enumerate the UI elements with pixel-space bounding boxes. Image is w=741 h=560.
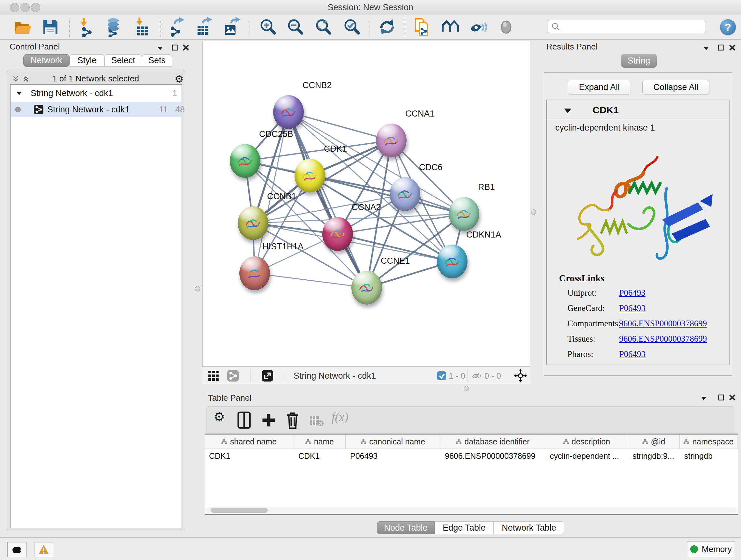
delete-column-trash-icon[interactable] bbox=[286, 411, 300, 430]
crosslink-link[interactable]: P06493 bbox=[619, 349, 646, 359]
control-panel-float-icon[interactable] bbox=[171, 44, 179, 52]
left-splitter-handle[interactable] bbox=[195, 286, 200, 292]
import-table-file-icon[interactable] bbox=[132, 17, 152, 37]
network-row-selected[interactable]: String Network - cdk1 11 48 bbox=[11, 102, 181, 117]
expand-all-chevron-icon[interactable] bbox=[22, 75, 29, 82]
column-header-name[interactable]: name bbox=[294, 435, 346, 449]
zoom-fit-icon[interactable] bbox=[313, 17, 334, 37]
crosslink-link[interactable]: P06493 bbox=[619, 288, 646, 298]
share-network-icon[interactable] bbox=[227, 370, 239, 381]
crosslink-link[interactable]: P06493 bbox=[619, 303, 646, 313]
cell-canonicalname[interactable]: P06493 bbox=[346, 449, 441, 462]
column-header-id[interactable]: @id bbox=[628, 435, 680, 449]
cell-namespace[interactable]: stringdb bbox=[680, 449, 738, 462]
search-field[interactable] bbox=[560, 22, 695, 31]
table-panel-close-icon[interactable] bbox=[728, 393, 737, 401]
node-CDK1[interactable] bbox=[294, 159, 325, 192]
collapse-all-button[interactable]: Collapse All bbox=[643, 80, 710, 95]
network-overview-icon[interactable] bbox=[440, 17, 461, 37]
open-session-icon[interactable] bbox=[12, 17, 32, 37]
crosslink-link[interactable]: 9606.ENSP00000378699 bbox=[619, 319, 707, 328]
function-builder-icon[interactable]: f(x) bbox=[332, 410, 348, 424]
column-header-canonicalname[interactable]: canonical name bbox=[346, 435, 441, 449]
create-column-plus-icon[interactable] bbox=[261, 411, 276, 429]
search-input[interactable] bbox=[548, 20, 706, 33]
export-image-icon[interactable] bbox=[221, 17, 241, 37]
collapse-all-chevron-icon[interactable] bbox=[12, 75, 19, 82]
crosslink-link[interactable]: 9606.ENSP00000378699 bbox=[619, 334, 707, 344]
pan-crosshair-icon[interactable] bbox=[514, 369, 527, 382]
right-splitter-handle[interactable] bbox=[531, 209, 536, 215]
export-table-icon[interactable] bbox=[193, 17, 213, 37]
help-icon[interactable]: ? bbox=[720, 19, 736, 35]
show-all-eye-icon[interactable] bbox=[496, 17, 516, 37]
export-network-icon[interactable] bbox=[165, 17, 186, 37]
node-CCNA2[interactable] bbox=[322, 217, 353, 251]
results-panel-menu-icon[interactable] bbox=[702, 44, 711, 52]
tab-node-table[interactable]: Node Table bbox=[377, 521, 434, 534]
zoom-out-icon[interactable] bbox=[285, 17, 306, 37]
gene-header[interactable] bbox=[547, 100, 729, 120]
tab-select[interactable]: Select bbox=[105, 54, 142, 67]
tab-string[interactable]: String bbox=[621, 54, 657, 68]
control-panel-close-icon[interactable] bbox=[182, 44, 190, 52]
gene-expander-icon[interactable] bbox=[563, 107, 572, 114]
column-header-databaseidentifier[interactable]: database identifier bbox=[441, 435, 545, 449]
table-panel-float-icon[interactable] bbox=[717, 393, 725, 401]
control-panel-menu-icon[interactable] bbox=[156, 44, 164, 52]
selected-checkbox-icon[interactable] bbox=[437, 371, 446, 380]
column-header-namespace[interactable]: namespace bbox=[680, 435, 738, 449]
collection-expander-icon[interactable] bbox=[16, 90, 22, 97]
network-collection-row[interactable]: String Network - cdk1 1 bbox=[11, 87, 181, 100]
open-in-window-icon[interactable] bbox=[262, 370, 273, 381]
network-canvas[interactable]: CCNB2CCNA1CDC25BCDK1CDC6RB1CCNB1CCNA2CDK… bbox=[202, 41, 530, 367]
edge-HIST1H1A-CCNE1[interactable] bbox=[255, 273, 367, 288]
node-CCNA1[interactable] bbox=[376, 124, 407, 158]
cell-sharedname[interactable]: CDK1 bbox=[205, 449, 294, 462]
cell-id[interactable]: stringdb:9... bbox=[628, 449, 680, 462]
duplicate-network-icon[interactable] bbox=[412, 17, 432, 37]
node-CCNE1[interactable] bbox=[351, 271, 382, 305]
save-session-icon[interactable] bbox=[40, 17, 61, 37]
bottom-splitter-handle[interactable] bbox=[464, 386, 469, 391]
import-network-database-icon[interactable] bbox=[103, 17, 124, 37]
tab-network[interactable]: Network bbox=[23, 54, 70, 67]
cell-databaseidentifier[interactable]: 9606.ENSP00000378699 bbox=[441, 449, 545, 462]
warnings-button[interactable] bbox=[34, 542, 53, 557]
cell-name[interactable]: CDK1 bbox=[294, 449, 346, 462]
cloud-status-button[interactable] bbox=[7, 542, 26, 557]
node-CCNB2[interactable] bbox=[273, 95, 304, 129]
refresh-layout-icon[interactable] bbox=[377, 17, 397, 37]
table-panel-menu-icon[interactable] bbox=[699, 394, 708, 402]
results-panel-close-icon[interactable] bbox=[728, 44, 737, 52]
column-header-sharedname[interactable]: shared name bbox=[205, 435, 294, 449]
import-network-file-icon[interactable] bbox=[76, 17, 97, 37]
node-CDKN1A[interactable] bbox=[437, 245, 468, 278]
tab-style[interactable]: Style bbox=[70, 54, 105, 67]
tab-sets[interactable]: Sets bbox=[142, 54, 172, 67]
cell-description[interactable]: cyclin-dependent ... bbox=[545, 449, 628, 462]
node-CCNB1[interactable] bbox=[238, 206, 268, 240]
zoom-in-icon[interactable] bbox=[258, 17, 278, 37]
edge-CCNB2-CCNE1[interactable] bbox=[288, 112, 367, 288]
table-options-gear-icon[interactable]: ⚙ bbox=[213, 409, 225, 424]
node-table[interactable]: shared namenamecanonical namedatabase id… bbox=[205, 435, 738, 515]
delete-table-icon[interactable] bbox=[309, 415, 324, 427]
tab-network-table[interactable]: Network Table bbox=[494, 521, 564, 534]
column-header-description[interactable]: description bbox=[545, 435, 628, 449]
results-panel-float-icon[interactable] bbox=[717, 44, 725, 52]
zoom-selected-icon[interactable] bbox=[342, 17, 362, 37]
expand-all-button[interactable]: Expand All bbox=[568, 80, 631, 95]
node-CDC25B[interactable] bbox=[230, 144, 260, 178]
network-options-gear-icon[interactable]: ⚙ bbox=[175, 73, 184, 85]
node-HIST1H1A[interactable] bbox=[239, 256, 270, 290]
tab-edge-table[interactable]: Edge Table bbox=[434, 521, 494, 534]
birds-eye-grid-icon[interactable] bbox=[208, 370, 219, 381]
hide-selected-eye-icon[interactable] bbox=[468, 17, 488, 37]
node-RB1[interactable] bbox=[449, 197, 479, 231]
horizontal-scrollbar[interactable] bbox=[205, 507, 737, 513]
scrollbar-thumb[interactable] bbox=[211, 508, 268, 513]
show-columns-icon[interactable] bbox=[237, 411, 251, 429]
memory-button[interactable]: Memory bbox=[687, 541, 735, 557]
node-CDC6[interactable] bbox=[390, 177, 420, 211]
